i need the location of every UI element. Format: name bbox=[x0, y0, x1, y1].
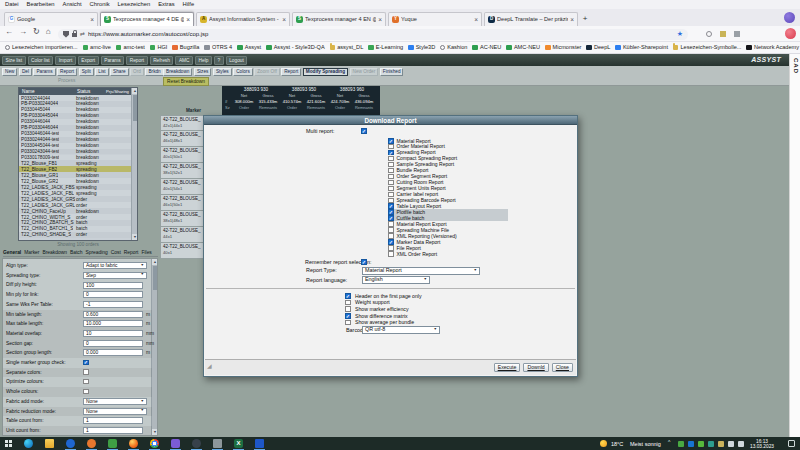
bookmark-item-16[interactable]: Kübler-Sharepoint bbox=[615, 44, 668, 50]
menu-item-1[interactable]: Bearbeiten bbox=[27, 1, 55, 7]
option-checkbox[interactable] bbox=[345, 300, 351, 306]
tab-close-icon[interactable]: × bbox=[282, 16, 286, 23]
report-checkbox[interactable] bbox=[388, 251, 394, 257]
param-input[interactable]: 0.600 bbox=[83, 311, 143, 318]
app-purple-icon[interactable] bbox=[171, 439, 180, 448]
marker-row-0[interactable]: 42-T22_BLOUSE_42x1|44x1 bbox=[160, 115, 204, 131]
param-checkbox[interactable] bbox=[83, 389, 89, 395]
dialog-option-2[interactable]: Show marker efficiency bbox=[345, 306, 525, 313]
params-tab-4[interactable]: Spreading bbox=[85, 250, 107, 255]
bookmark-item-15[interactable]: DeepL bbox=[586, 44, 610, 50]
report-checkbox[interactable]: ✓ bbox=[388, 138, 394, 144]
report-option-19[interactable]: XML Order Report bbox=[388, 251, 518, 257]
excel-icon[interactable]: X bbox=[234, 439, 243, 448]
tab-close-icon[interactable]: × bbox=[570, 16, 574, 23]
bookmark-item-11[interactable]: Kashion bbox=[440, 44, 467, 50]
marker-row-3[interactable]: 42-T22_BLOUSE_38x1|52x1 bbox=[160, 163, 204, 179]
resize-grip-icon[interactable]: ◢ bbox=[207, 363, 212, 370]
param-input[interactable]: -1 bbox=[83, 301, 143, 308]
tray-green-icon[interactable] bbox=[698, 441, 704, 447]
app-dark-icon[interactable] bbox=[192, 439, 201, 448]
browser-tab-5[interactable]: DDeepL Translate – Der präzisest...× bbox=[484, 12, 578, 26]
url-bar[interactable]: ⇄ https://www.automarker.com/autocost/co… bbox=[58, 29, 688, 40]
toolbar2-right-8[interactable]: Finished bbox=[380, 68, 404, 77]
marker-row-5[interactable]: 42-T22_BLOUSE_46x1|50x1 bbox=[160, 195, 204, 211]
params-tab-1[interactable]: Marker bbox=[24, 250, 39, 255]
scrollbar-thumb[interactable] bbox=[133, 95, 138, 121]
marker-row-2[interactable]: 42-T22_BLOUSE_40x1|50x1 bbox=[160, 147, 204, 163]
browser-tab-0[interactable]: GGoogle× bbox=[4, 12, 98, 26]
tray-folder-icon[interactable] bbox=[718, 441, 724, 447]
toolbar2-left-2[interactable]: Params bbox=[33, 68, 55, 77]
menu-item-2[interactable]: Ansicht bbox=[63, 1, 82, 7]
toolbar2-left-4[interactable]: Split bbox=[79, 68, 94, 77]
account-icon[interactable] bbox=[784, 12, 795, 23]
params-tab-3[interactable]: Batch bbox=[70, 250, 83, 255]
report-checkbox[interactable]: ✓ bbox=[388, 203, 394, 209]
start-button[interactable] bbox=[5, 440, 12, 447]
bookmark-item-4[interactable]: Bugzilla bbox=[172, 44, 199, 50]
param-input[interactable]: 0 bbox=[83, 291, 143, 298]
barcode-type-select[interactable]: QR utf-8 ▼ bbox=[362, 326, 440, 334]
profile-avatar-icon[interactable] bbox=[785, 28, 796, 39]
menu-item-0[interactable]: Datei bbox=[5, 1, 19, 7]
toolbar-button-5[interactable]: Report bbox=[126, 56, 147, 65]
toolbar2-left-5[interactable]: List bbox=[95, 68, 108, 77]
bookmark-item-3[interactable]: HGI bbox=[150, 44, 167, 50]
tray-chat-icon[interactable] bbox=[728, 441, 734, 447]
param-input[interactable]: 1 bbox=[83, 417, 143, 424]
bookmark-item-2[interactable]: amc-test bbox=[116, 44, 145, 50]
firefox-icon[interactable] bbox=[129, 439, 138, 448]
tab-close-icon[interactable]: × bbox=[474, 16, 478, 23]
option-checkbox[interactable]: ✓ bbox=[345, 293, 351, 299]
toolbar-button-0[interactable]: Size list bbox=[2, 56, 26, 65]
weather-temp[interactable]: 18°C bbox=[611, 441, 623, 447]
bookmark-item-8[interactable]: assyst_DL bbox=[330, 44, 364, 50]
param-input[interactable]: 0.000 bbox=[83, 349, 143, 356]
param-input[interactable]: 100 bbox=[83, 282, 143, 289]
taskbar-clock[interactable]: 16:13 13.03.2023 bbox=[744, 439, 780, 450]
param-checkbox[interactable]: ✓ bbox=[83, 360, 89, 366]
menu-item-6[interactable]: Hilfe bbox=[183, 1, 195, 7]
tray-blue-icon[interactable] bbox=[688, 441, 694, 447]
params-tab-6[interactable]: Report bbox=[124, 250, 139, 255]
image-viewer-icon[interactable] bbox=[108, 439, 117, 448]
toolbar2-left-6[interactable]: Share bbox=[110, 68, 129, 77]
toolbar-button-4[interactable]: Params bbox=[101, 56, 125, 65]
report-checkbox[interactable] bbox=[388, 186, 394, 192]
shield-icon[interactable] bbox=[63, 31, 69, 38]
report-language-select[interactable]: English ▼ bbox=[362, 276, 430, 284]
report-checkbox[interactable] bbox=[388, 198, 394, 204]
weather-label[interactable]: Meist sonnig bbox=[630, 441, 661, 447]
scroll-up-icon[interactable]: ▲ bbox=[152, 259, 158, 265]
report-checkbox[interactable] bbox=[388, 233, 394, 239]
dialog-button-execute[interactable]: Execute bbox=[494, 363, 521, 373]
report-checkbox[interactable] bbox=[388, 192, 394, 198]
menu-item-3[interactable]: Chronik bbox=[90, 1, 110, 7]
menu-item-4[interactable]: Lesezeichen bbox=[118, 1, 151, 7]
params-tab-5[interactable]: Cost bbox=[111, 250, 121, 255]
nav-reload-icon[interactable]: ↻ bbox=[33, 28, 40, 37]
bookmark-item-18[interactable]: Network Academy bbox=[746, 44, 799, 50]
tab-close-icon[interactable]: × bbox=[90, 16, 94, 23]
toolbar2-left-0[interactable]: New bbox=[2, 68, 17, 77]
bookmark-star-icon[interactable]: ★ bbox=[677, 30, 683, 38]
nav-home-icon[interactable]: ⌂ bbox=[46, 28, 51, 37]
container-tabs-icon[interactable]: ⇄ bbox=[80, 31, 85, 38]
toolbar-button-3[interactable]: Export bbox=[78, 56, 99, 65]
report-checkbox[interactable]: ✓ bbox=[388, 150, 394, 156]
toolbar-button-8[interactable]: Help bbox=[195, 56, 212, 65]
extension-icon-2[interactable] bbox=[720, 31, 726, 37]
bookmark-item-13[interactable]: AMC-NEU bbox=[506, 44, 540, 50]
toolbar2-right-6[interactable]: Modify Spreading bbox=[303, 68, 348, 77]
report-checkbox[interactable] bbox=[388, 174, 394, 180]
nav-back-icon[interactable]: ← bbox=[5, 28, 13, 37]
param-input[interactable]: 0 bbox=[83, 340, 143, 347]
weather-icon[interactable] bbox=[600, 440, 607, 447]
bookmark-item-10[interactable]: Style3D bbox=[408, 44, 435, 50]
scroll-down-icon[interactable]: ▼ bbox=[152, 429, 158, 435]
report-checkbox[interactable] bbox=[388, 162, 394, 168]
app-blue-icon[interactable] bbox=[66, 439, 75, 448]
params-tab-7[interactable]: Files bbox=[141, 250, 151, 255]
toolbar2-right-5[interactable]: Report bbox=[281, 68, 301, 77]
